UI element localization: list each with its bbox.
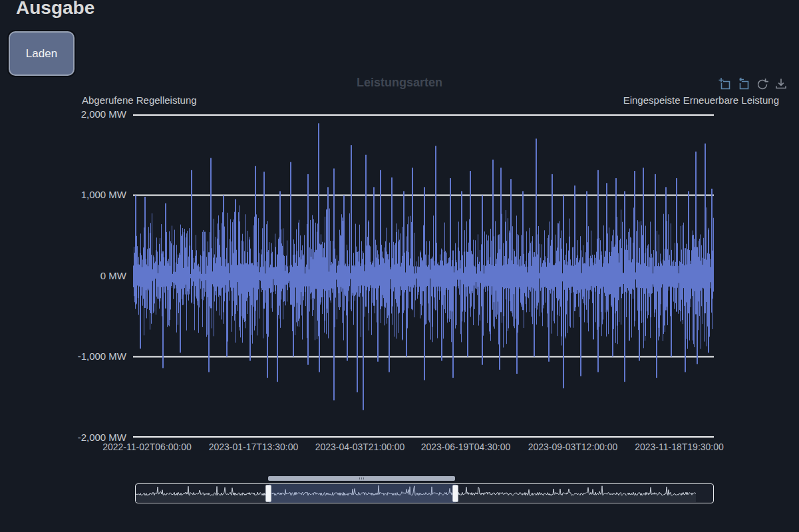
datazoom-slider-track[interactable] bbox=[135, 483, 714, 503]
page-title: Ausgabe bbox=[16, 0, 94, 19]
grip-dot bbox=[359, 477, 360, 479]
zoom-reset-icon[interactable] bbox=[736, 77, 751, 92]
datazoom-right-handle[interactable] bbox=[452, 485, 458, 502]
load-button[interactable]: Laden bbox=[9, 31, 75, 76]
x-tick-label: 2023-04-03T21:00:00 bbox=[315, 442, 405, 452]
datazoom-drag-bar[interactable] bbox=[268, 476, 455, 481]
y-tick-label: 0 MW bbox=[27, 271, 126, 281]
main-chart-canvas[interactable] bbox=[133, 114, 714, 438]
restore-icon[interactable] bbox=[755, 77, 770, 92]
x-tick-label: 2023-06-19T04:30:00 bbox=[421, 442, 511, 452]
y-tick-label: -1,000 MW bbox=[27, 351, 126, 362]
x-tick-label: 2023-09-03T12:00:00 bbox=[528, 442, 618, 452]
left-axis-title: Abgerufene Regelleistung bbox=[82, 94, 197, 106]
x-tick-label: 2023-11-18T19:30:00 bbox=[635, 442, 724, 452]
right-axis-title: Eingespeiste Erneuerbare Leistung bbox=[623, 94, 779, 106]
grip-dot bbox=[363, 477, 364, 479]
datazoom-left-handle[interactable] bbox=[265, 485, 271, 502]
save-image-icon[interactable] bbox=[774, 77, 788, 92]
y-tick-label: 1,000 MW bbox=[27, 190, 126, 200]
output-page: Ausgabe Laden Leistungsarten Abgerufene … bbox=[0, 0, 799, 532]
grip-dot bbox=[361, 477, 362, 479]
chart-toolbar bbox=[718, 77, 788, 92]
x-tick-label: 2022-11-02T06:00:00 bbox=[102, 442, 192, 452]
x-tick-label: 2023-01-17T13:30:00 bbox=[209, 442, 299, 452]
box-zoom-icon[interactable] bbox=[718, 77, 732, 92]
chart-title: Leistungsarten bbox=[0, 76, 799, 90]
y-tick-label: 2,000 MW bbox=[27, 109, 126, 120]
datazoom-selected-window[interactable] bbox=[269, 484, 456, 503]
